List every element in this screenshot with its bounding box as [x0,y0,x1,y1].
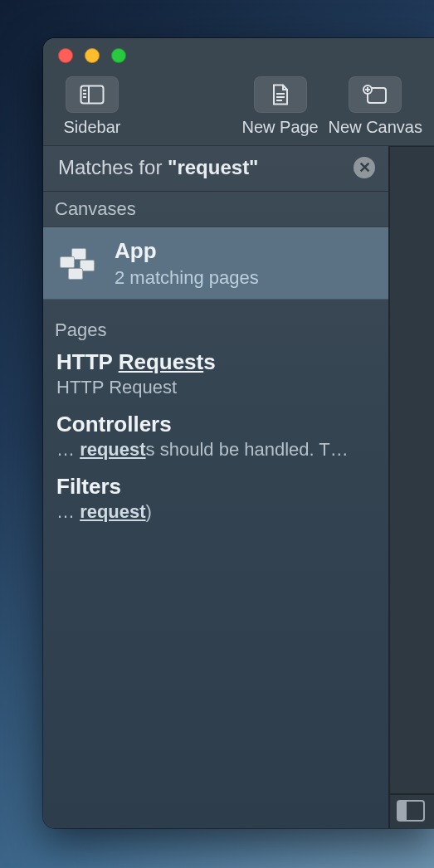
panel-left-icon [398,802,407,820]
new-page-button[interactable] [254,76,307,113]
sidebar-toolbar-item: Sidebar [55,76,129,137]
page-result-title: HTTP Requests [56,349,375,375]
close-window-button[interactable] [58,48,73,63]
page-result-title: Filters [56,474,375,500]
page-result-http-requests[interactable]: HTTP Requests HTTP Request [43,344,388,407]
page-result-filters[interactable]: Filters … request) [43,469,388,531]
page-result-controllers[interactable]: Controllers … requests should be handled… [43,407,388,469]
page-result-snippet: HTTP Request [56,377,375,398]
titlebar [43,38,434,73]
new-page-label: New Page [241,118,318,137]
app-window: Sidebar New Page [43,38,434,828]
canvas-result-texts: App 2 matching pages [115,238,259,289]
main-footer [390,793,434,828]
new-canvas-button[interactable] [349,76,402,113]
search-results-header: Matches for "request" ✕ [43,146,388,192]
toolbar: Sidebar New Page [43,73,434,146]
canvas-result-subtitle: 2 matching pages [115,267,259,289]
sidebar-toggle-button[interactable] [66,76,119,113]
new-page-toolbar-item: New Page [239,76,322,137]
pages-section-header: Pages [43,300,388,344]
canvas-result-title: App [115,238,259,264]
page-result-snippet: … requests should be handled. T… [56,439,375,461]
matches-prefix: Matches for [58,156,168,178]
new-canvas-label: New Canvas [329,118,422,137]
clear-search-button[interactable]: ✕ [354,157,375,178]
canvas-viewport[interactable] [390,147,434,793]
inspector-toggle-button[interactable] [397,800,425,822]
canvas-result-app[interactable]: App 2 matching pages [43,227,388,300]
page-icon [271,84,290,105]
page-result-title: Controllers [56,412,375,437]
close-icon: ✕ [358,158,371,177]
sidebar-panel: Matches for "request" ✕ Canvases App 2 m… [43,146,390,828]
page-result-snippet: … request) [56,501,375,523]
canvas-thumbnail-icon [60,248,96,280]
canvases-section-header: Canvases [43,192,388,227]
matches-query: "request" [168,156,258,178]
body: Matches for "request" ✕ Canvases App 2 m… [43,146,434,828]
sidebar-toggle-label: Sidebar [64,118,121,137]
sidebar-icon [80,85,105,105]
matches-for-text: Matches for "request" [58,156,259,179]
main-area [390,146,434,828]
minimize-window-button[interactable] [85,48,100,63]
new-canvas-toolbar-item: New Canvas [329,76,422,137]
maximize-window-button[interactable] [111,48,126,63]
canvas-add-icon [363,85,388,105]
